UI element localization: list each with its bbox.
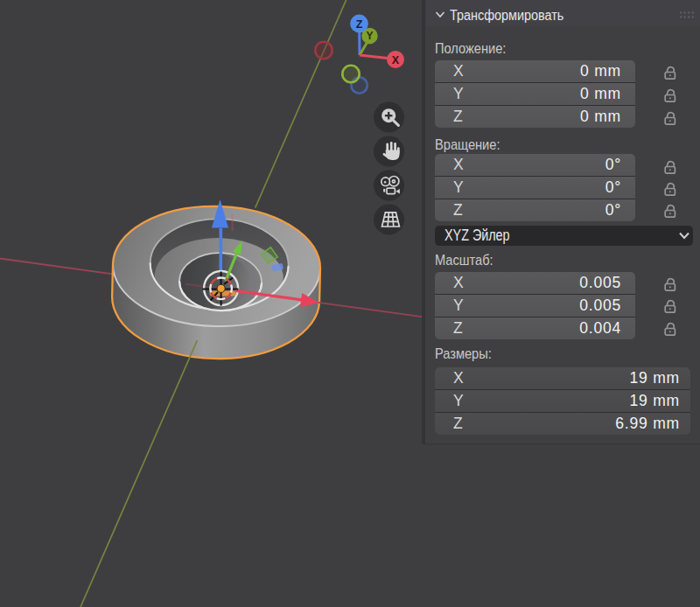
- svg-text:Y: Y: [366, 30, 373, 42]
- svg-text:Z: Z: [356, 18, 363, 31]
- svg-text:X: X: [392, 54, 400, 66]
